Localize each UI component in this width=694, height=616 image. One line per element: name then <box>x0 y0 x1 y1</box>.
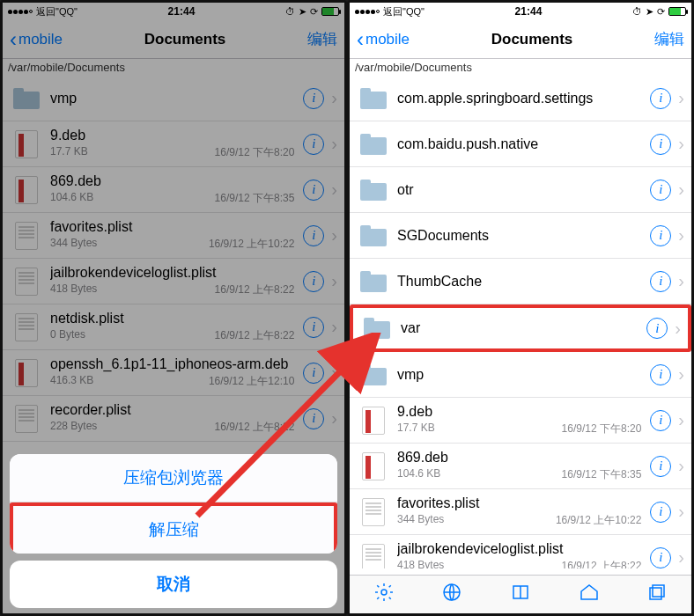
chevron-right-icon: › <box>671 319 684 339</box>
text-file-icon <box>362 498 385 526</box>
info-button[interactable]: i <box>303 271 324 292</box>
chevron-right-icon: › <box>675 364 688 385</box>
chevron-right-icon: › <box>675 134 688 154</box>
info-button[interactable]: i <box>303 88 324 109</box>
file-row[interactable]: jailbrokendeviceloglist.plist 418 Bytes1… <box>350 535 691 568</box>
file-row[interactable]: openssh_6.1p1-11_iphoneos-arm.deb 416.3 … <box>3 350 344 396</box>
path-bar: /var/mobile/Documents <box>350 59 691 76</box>
extract-option[interactable]: 解压缩 <box>10 502 337 554</box>
file-row[interactable]: 869.deb 104.6 KB16/9/12 下午8:35 i › <box>3 167 344 213</box>
file-row[interactable]: 9.deb 17.7 KB16/9/12 下午8:20 i › <box>3 121 344 167</box>
file-row[interactable]: var i › <box>350 304 691 352</box>
folder-icon <box>360 88 387 109</box>
settings-icon[interactable] <box>373 582 395 608</box>
info-button[interactable]: i <box>650 364 671 385</box>
text-file-icon <box>15 222 38 250</box>
back-button[interactable]: ‹ mobile <box>10 29 63 50</box>
file-size: 0 Bytes <box>50 328 85 343</box>
chevron-right-icon: › <box>328 363 341 383</box>
edit-button[interactable]: 编辑 <box>307 29 337 49</box>
file-name: 869.deb <box>50 173 299 189</box>
text-file-icon <box>15 313 38 341</box>
file-row[interactable]: jailbrokendeviceloglist.plist 418 Bytes1… <box>3 259 344 304</box>
archive-browser-option[interactable]: 压缩包浏览器 <box>10 454 337 502</box>
home-icon[interactable] <box>579 582 600 608</box>
file-row[interactable]: recorder.plist 228 Bytes16/9/12 上午8:22 i… <box>3 396 344 442</box>
chevron-right-icon: › <box>675 88 688 108</box>
status-time: 21:44 <box>515 5 543 18</box>
info-button[interactable]: i <box>650 225 671 246</box>
file-name: SGDocuments <box>397 228 646 244</box>
file-size: 416.3 KB <box>50 374 93 389</box>
svg-rect-3 <box>650 588 661 599</box>
file-name: vmp <box>397 367 646 383</box>
location-icon: ➤ <box>646 6 653 18</box>
file-row[interactable]: 9.deb 17.7 KB16/9/12 下午8:20 i › <box>350 398 691 444</box>
edit-button[interactable]: 编辑 <box>654 29 684 49</box>
info-button[interactable]: i <box>646 318 668 339</box>
bottom-toolbar <box>350 575 691 613</box>
file-name: 9.deb <box>397 404 646 420</box>
file-size: 104.6 KB <box>50 191 93 206</box>
package-file-icon <box>15 130 38 158</box>
info-button[interactable]: i <box>650 547 671 568</box>
file-date: 16/9/12 下午8:35 <box>215 191 295 206</box>
file-row[interactable]: otr i › <box>350 167 691 213</box>
location-icon: ➤ <box>299 6 306 18</box>
info-button[interactable]: i <box>303 180 324 201</box>
file-row[interactable]: com.apple.springboard.settings i › <box>350 76 691 121</box>
info-button[interactable]: i <box>650 88 671 109</box>
cancel-button[interactable]: 取消 <box>10 561 337 608</box>
file-row[interactable]: ThumbCache i › <box>350 259 691 304</box>
file-name: openssh_6.1p1-11_iphoneos-arm.deb <box>50 356 299 372</box>
right-screenshot: 返回"QQ" 21:44 ⏱ ➤ ⟳ ‹ mobile Documents 编辑… <box>347 0 694 616</box>
file-name: otr <box>397 182 646 198</box>
back-to-app[interactable]: 返回"QQ" <box>36 5 78 18</box>
status-bar: 返回"QQ" 21:44 ⏱ ➤ ⟳ <box>3 3 344 20</box>
info-button[interactable]: i <box>303 408 324 429</box>
file-row[interactable]: vmp i › <box>350 352 691 398</box>
info-button[interactable]: i <box>650 180 671 201</box>
file-size: 344 Bytes <box>397 513 444 528</box>
file-row[interactable]: favorites.plist 344 Bytes16/9/12 上午10:22… <box>350 489 691 535</box>
info-button[interactable]: i <box>650 456 671 477</box>
chevron-right-icon: › <box>328 271 341 291</box>
folder-icon <box>360 180 387 201</box>
battery-icon <box>668 7 686 16</box>
file-date: 16/9/12 上午8:22 <box>215 328 295 343</box>
info-button[interactable]: i <box>650 271 671 292</box>
info-button[interactable]: i <box>650 134 671 155</box>
nav-bar: ‹ mobile Documents 编辑 <box>350 20 691 59</box>
info-button[interactable]: i <box>303 225 324 246</box>
bookmarks-icon[interactable] <box>510 582 531 608</box>
tabs-icon[interactable] <box>646 582 668 608</box>
package-file-icon <box>362 452 385 480</box>
file-size: 228 Bytes <box>50 420 97 435</box>
chevron-right-icon: › <box>328 88 341 108</box>
file-row[interactable]: SGDocuments i › <box>350 213 691 259</box>
status-bar: 返回"QQ" 21:44 ⏱ ➤ ⟳ <box>350 3 691 20</box>
folder-icon <box>360 271 387 292</box>
info-button[interactable]: i <box>650 410 671 431</box>
globe-icon[interactable] <box>441 582 462 608</box>
info-button[interactable]: i <box>303 317 324 338</box>
file-date: 16/9/12 下午8:20 <box>215 145 295 160</box>
package-file-icon <box>362 407 385 435</box>
back-to-app[interactable]: 返回"QQ" <box>383 5 425 18</box>
file-size: 418 Bytes <box>397 559 444 568</box>
info-button[interactable]: i <box>303 134 324 155</box>
file-size: 418 Bytes <box>50 282 97 297</box>
alarm-icon: ⏱ <box>285 6 295 17</box>
back-button[interactable]: ‹ mobile <box>357 29 410 50</box>
page-title: Documents <box>491 31 573 48</box>
file-date: 16/9/12 上午8:22 <box>215 282 295 297</box>
chevron-right-icon: › <box>328 134 341 154</box>
file-row[interactable]: favorites.plist 344 Bytes16/9/12 上午10:22… <box>3 213 344 259</box>
file-row[interactable]: 869.deb 104.6 KB16/9/12 下午8:35 i › <box>350 444 691 489</box>
file-row[interactable]: vmp i › <box>3 76 344 121</box>
info-button[interactable]: i <box>303 363 324 384</box>
file-row[interactable]: netdisk.plist 0 Bytes16/9/12 上午8:22 i › <box>3 304 344 350</box>
file-row[interactable]: com.baidu.push.native i › <box>350 121 691 167</box>
chevron-right-icon: › <box>675 225 688 246</box>
info-button[interactable]: i <box>650 502 671 523</box>
